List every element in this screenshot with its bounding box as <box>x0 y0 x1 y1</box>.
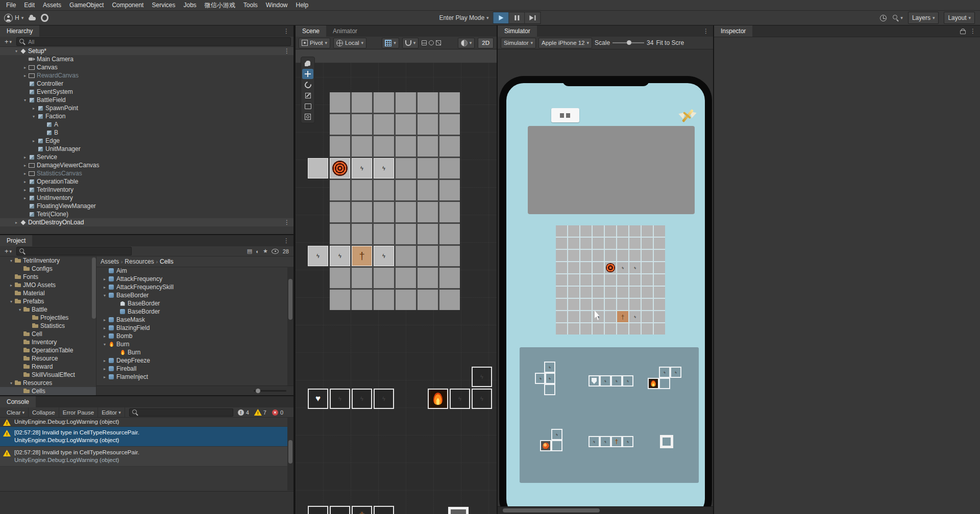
slider-thumb[interactable] <box>627 40 631 45</box>
tool-button[interactable] <box>302 80 313 90</box>
folder-item[interactable]: OperationTable <box>0 346 96 354</box>
expand-arrow[interactable]: ▸ <box>102 285 108 290</box>
expand-arrow[interactable]: ▸ <box>102 375 108 379</box>
snap-dropdown[interactable]: ▾ <box>402 38 419 48</box>
phone-screen[interactable] <box>506 83 705 507</box>
grid-cell[interactable] <box>605 262 616 273</box>
grid-cell[interactable] <box>617 262 628 273</box>
battle-cell[interactable] <box>308 158 328 178</box>
piece-cell[interactable] <box>472 367 492 387</box>
folder-item[interactable]: Fonts <box>0 273 96 281</box>
hierarchy-item[interactable]: ▸ Service <box>0 153 293 161</box>
tool-button[interactable] <box>302 69 313 79</box>
enter-play-mode-dropdown[interactable]: Enter Play Mode ▾ <box>439 14 488 21</box>
piece-cell[interactable] <box>374 506 394 514</box>
expand-arrow[interactable]: ▸ <box>22 65 28 70</box>
expand-arrow[interactable]: ▾ <box>13 49 19 54</box>
asset-item[interactable]: ▸ AttackFrequency <box>96 275 287 283</box>
folder-item[interactable]: ▾ TetriInventory <box>0 256 96 265</box>
expand-arrow[interactable]: ▸ <box>8 283 14 288</box>
scene-view-tab[interactable]: Animator <box>326 25 364 37</box>
folder-item[interactable]: Projectiles <box>0 314 96 322</box>
menu-item[interactable]: Jobs <box>179 0 200 11</box>
search-by-type-icon[interactable] <box>247 248 252 254</box>
move-snap-icon[interactable] <box>422 40 427 45</box>
panel-menu-icon[interactable]: ⋮ <box>283 237 289 244</box>
asset-list-scrollbar[interactable] <box>287 267 293 386</box>
expand-arrow[interactable]: ▾ <box>8 381 14 386</box>
console-scrollbar[interactable] <box>287 418 293 491</box>
menu-item[interactable]: Tools <box>239 0 262 11</box>
piece-cell[interactable] <box>352 506 372 514</box>
hierarchy-item[interactable]: A <box>0 120 293 128</box>
breadcrumb-item[interactable]: Cells › <box>160 258 174 265</box>
battle-cell[interactable] <box>374 246 394 266</box>
gear-icon[interactable] <box>41 14 48 22</box>
expand-arrow[interactable]: ▸ <box>22 163 28 168</box>
folder-item[interactable]: Reward <box>0 363 96 371</box>
save-search-icon[interactable] <box>263 248 268 254</box>
layout-dropdown[interactable]: Layout ▾ <box>944 12 975 24</box>
hierarchy-item[interactable]: ▸ TetriInventory <box>0 186 293 194</box>
gizmos-dropdown[interactable]: ▾ <box>458 38 475 48</box>
hierarchy-item[interactable]: ▸ UnitInventory <box>0 194 293 202</box>
hierarchy-item[interactable]: ▸ DamageViewerCanvas <box>0 161 293 169</box>
log-count-toggle[interactable]: 7 <box>254 409 266 416</box>
expand-arrow[interactable]: ▸ <box>22 171 28 176</box>
scale-snap-icon[interactable] <box>436 40 441 45</box>
tab-console[interactable]: Console <box>0 396 36 407</box>
menu-item[interactable]: File <box>2 0 20 11</box>
grid-cell[interactable] <box>629 262 641 273</box>
tool-button[interactable] <box>302 90 313 100</box>
console-entry[interactable]: [02:57:28] Invalid type in CellTypeResou… <box>0 427 287 447</box>
panel-menu-icon[interactable]: ⋮ <box>970 28 976 35</box>
collapse-toggle[interactable]: Collapse <box>29 407 59 418</box>
slider-thumb[interactable] <box>256 389 260 393</box>
expand-arrow[interactable]: ▸ <box>13 220 19 225</box>
piece-cell[interactable] <box>374 389 394 409</box>
expand-arrow[interactable]: ▸ <box>102 318 108 322</box>
grid-cell[interactable] <box>629 311 641 322</box>
menu-item[interactable]: Assets <box>39 0 65 11</box>
scene-canvas[interactable] <box>296 49 497 514</box>
expand-arrow[interactable]: ▾ <box>102 293 108 298</box>
expand-arrow[interactable]: ▸ <box>102 358 108 363</box>
asset-item[interactable]: BaseBorder <box>96 307 287 316</box>
expand-arrow[interactable]: ▸ <box>102 334 108 339</box>
hierarchy-item[interactable]: ▸ DontDestroyOnLoad ⋮ <box>0 218 293 226</box>
scroll-thumb[interactable] <box>503 508 600 512</box>
log-count-toggle[interactable]: 4 <box>237 409 249 416</box>
create-object-button[interactable]: + ▾ <box>3 38 14 46</box>
scroll-thumb[interactable] <box>288 440 292 464</box>
panel-menu-icon[interactable]: ⋮ <box>283 28 289 35</box>
folder-item[interactable]: SkillVisualEffect <box>0 371 96 379</box>
asset-item[interactable]: ▸ AttackFrequencySkill <box>96 283 287 291</box>
search-button[interactable]: ▾ <box>892 14 903 21</box>
folder-item[interactable]: Configs <box>0 265 96 273</box>
hierarchy-item[interactable]: EventSystem <box>0 88 293 96</box>
asset-item[interactable]: ▸ BaseMask <box>96 316 287 324</box>
pivot-dropdown[interactable]: Pivot ▾ <box>299 38 330 48</box>
grid-cell[interactable] <box>593 311 604 322</box>
piece-cell[interactable] <box>352 389 372 409</box>
asset-item[interactable]: ▾ Burn <box>96 340 287 348</box>
mode-2d-toggle[interactable]: 2D <box>478 38 494 48</box>
folder-item[interactable]: Resource <box>0 354 96 363</box>
tool-button[interactable] <box>302 101 313 111</box>
asset-item[interactable]: Burn <box>96 348 287 356</box>
asset-item[interactable]: ▾ BaseBorder <box>96 291 287 299</box>
device-dropdown[interactable]: Apple iPhone 12 ▾ <box>538 38 592 48</box>
tab-project[interactable]: Project <box>0 235 32 246</box>
folder-item[interactable]: Material <box>0 289 96 297</box>
account-button[interactable]: H ▾ <box>4 14 23 22</box>
fit-to-screen-button[interactable]: Fit to Scre <box>656 39 684 46</box>
expand-arrow[interactable]: ▸ <box>102 277 108 281</box>
hierarchy-item[interactable]: ▸ Canvas <box>0 63 293 71</box>
clear-button[interactable]: Clear ▾ <box>3 407 29 418</box>
menu-item[interactable]: Window <box>262 0 292 11</box>
hierarchy-item[interactable]: ▾ Setup* ⋮ <box>0 47 293 55</box>
simulator-mode-dropdown[interactable]: Simulator ▾ <box>501 38 536 48</box>
breadcrumb-item[interactable]: Assets › <box>101 258 124 265</box>
history-icon[interactable] <box>879 14 887 22</box>
hierarchy-item[interactable]: ▸ OperationTable <box>0 177 293 186</box>
